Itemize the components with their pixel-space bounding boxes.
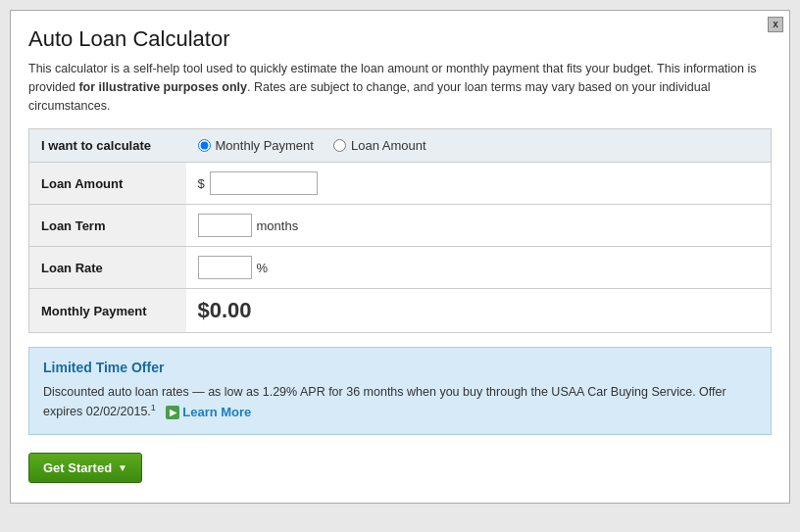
monthly-payment-result-label: Monthly Payment xyxy=(29,289,186,333)
loan-term-row: Loan Term months xyxy=(29,205,772,247)
monthly-payment-value: $0.00 xyxy=(198,298,252,322)
loan-rate-input[interactable] xyxy=(198,256,252,279)
calculate-type-options: Monthly Payment Loan Amount xyxy=(186,129,772,163)
calculate-type-row: I want to calculate Monthly Payment Loan… xyxy=(29,129,772,163)
loan-amount-input[interactable] xyxy=(210,171,318,195)
monthly-payment-result-row: Monthly Payment $0.00 xyxy=(29,289,772,333)
offer-box: Limited Time Offer Discounted auto loan … xyxy=(28,347,772,435)
learn-more-label: Learn More xyxy=(182,403,251,422)
loan-amount-option[interactable]: Loan Amount xyxy=(333,138,426,153)
loan-amount-radio-label: Loan Amount xyxy=(351,138,426,153)
offer-title: Limited Time Offer xyxy=(43,360,757,375)
offer-text: Discounted auto loan rates — as low as 1… xyxy=(43,383,757,422)
loan-rate-label: Loan Rate xyxy=(29,247,186,289)
loan-amount-input-cell: $ xyxy=(186,163,772,205)
loan-term-input[interactable] xyxy=(198,214,252,237)
footer: Get Started ▼ xyxy=(28,453,772,483)
calculator-table: I want to calculate Monthly Payment Loan… xyxy=(28,128,772,333)
loan-amount-radio[interactable] xyxy=(333,139,346,152)
calculator-window: x Auto Loan Calculator This calculator i… xyxy=(10,10,790,504)
monthly-payment-option[interactable]: Monthly Payment xyxy=(198,138,314,153)
learn-more-link[interactable]: ▶ Learn More xyxy=(166,403,251,422)
monthly-payment-result-cell: $0.00 xyxy=(186,289,772,333)
get-started-label: Get Started xyxy=(43,460,112,475)
learn-more-icon: ▶ xyxy=(166,406,179,419)
monthly-payment-radio-label: Monthly Payment xyxy=(216,138,314,153)
page-title: Auto Loan Calculator xyxy=(28,26,772,52)
percent-label: % xyxy=(257,261,269,275)
offer-superscript: 1 xyxy=(151,403,156,412)
months-label: months xyxy=(257,218,299,233)
calculate-type-label: I want to calculate xyxy=(29,129,186,163)
dropdown-arrow-icon: ▼ xyxy=(118,462,127,473)
description-text: This calculator is a self-help tool used… xyxy=(28,60,772,115)
loan-term-label: Loan Term xyxy=(29,205,186,247)
get-started-button[interactable]: Get Started ▼ xyxy=(28,453,142,483)
monthly-payment-radio[interactable] xyxy=(198,139,211,152)
loan-rate-input-cell: % xyxy=(186,247,772,289)
dollar-sign: $ xyxy=(198,176,205,191)
loan-rate-row: Loan Rate % xyxy=(29,247,772,289)
loan-amount-label: Loan Amount xyxy=(29,163,186,205)
loan-amount-row: Loan Amount $ xyxy=(29,163,772,205)
loan-term-input-cell: months xyxy=(186,205,772,247)
close-button[interactable]: x xyxy=(768,17,783,32)
